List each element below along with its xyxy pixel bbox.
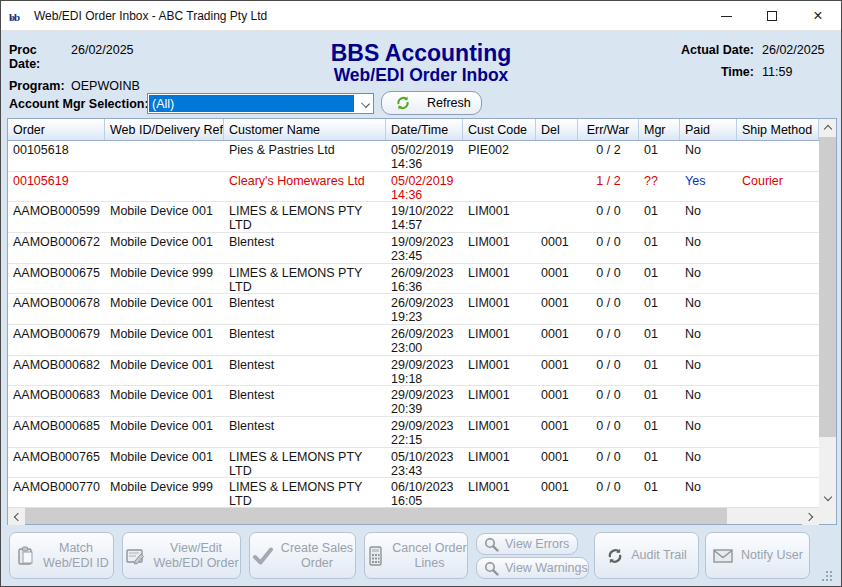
table-row[interactable]: AAMOB000770Mobile Device 999LIMES & LEMO… — [8, 478, 819, 507]
cell-web_id: Mobile Device 001 — [105, 417, 224, 447]
title-bar: bbs Web/EDI Order Inbox - ABC Trading Pt… — [1, 1, 841, 31]
table-row[interactable]: AAMOB000683Mobile Device 001Blentest29/0… — [8, 386, 819, 417]
column-header-mgr[interactable]: Mgr — [639, 119, 680, 140]
column-header-order[interactable]: Order — [8, 119, 105, 140]
cell-customer: Pies & Pastries Ltd — [224, 141, 386, 171]
column-header-customer-name[interactable]: Customer Name — [224, 119, 386, 140]
cell-datetime: 05/02/2019 14:36 — [386, 141, 463, 171]
cell-customer: LIMES & LEMONS PTY LTD — [224, 264, 386, 294]
table-row[interactable]: AAMOB000678Mobile Device 001Blentest26/0… — [8, 294, 819, 325]
cell-datetime: 29/09/2023 19:18 — [386, 356, 463, 386]
cell-order: AAMOB000678 — [8, 294, 105, 324]
chevron-right-icon — [805, 512, 813, 520]
refresh-button[interactable]: Refresh — [381, 91, 482, 115]
cell-del — [536, 141, 578, 171]
cell-order: 00105619 — [8, 172, 105, 202]
close-button[interactable]: × — [795, 1, 841, 31]
time-value: 11:59 — [762, 65, 832, 79]
cell-order: AAMOB000685 — [8, 417, 105, 447]
cell-customer: Blentest — [224, 325, 386, 355]
scroll-up-button[interactable] — [819, 119, 836, 136]
cell-mgr: 01 — [639, 233, 680, 263]
view-warnings-button[interactable]: View Warnings — [476, 557, 589, 579]
account-mgr-select[interactable]: (All) — [147, 93, 374, 114]
cell-web_id: Mobile Device 999 — [105, 264, 224, 294]
chevron-left-icon — [14, 512, 22, 520]
scroll-left-button[interactable] — [8, 508, 25, 525]
button-label: Cancel Order Lines — [392, 541, 466, 571]
actual-date-label: Actual Date: — [677, 43, 762, 57]
horizontal-scrollbar[interactable] — [8, 507, 819, 524]
cell-datetime: 26/09/2023 23:00 — [386, 325, 463, 355]
cell-web_id: Mobile Device 001 — [105, 233, 224, 263]
cell-del — [536, 172, 578, 202]
cell-ship_method — [737, 264, 819, 294]
column-header-ship-method[interactable]: Ship Method — [737, 119, 819, 140]
table-row[interactable]: AAMOB000599Mobile Device 001LIMES & LEMO… — [8, 202, 819, 233]
cell-paid: No — [680, 448, 737, 478]
cell-ship_method — [737, 417, 819, 447]
cell-del: 0001 — [536, 417, 578, 447]
audit-trail-button[interactable]: Audit Trail — [594, 532, 699, 579]
cell-web_id — [105, 172, 224, 202]
resize-grip[interactable] — [826, 571, 838, 583]
view-errors-button[interactable]: View Errors — [476, 533, 578, 555]
cell-paid: Yes — [680, 172, 737, 202]
column-header-paid[interactable]: Paid — [680, 119, 737, 140]
table-row[interactable]: 00105619Cleary's Homewares Ltd05/02/2019… — [8, 172, 819, 203]
column-header-del[interactable]: Del — [536, 119, 578, 140]
cell-paid: No — [680, 478, 737, 507]
orders-table: OrderWeb ID/Delivery RefCustomer NameDat… — [7, 118, 837, 525]
table-row[interactable]: AAMOB000679Mobile Device 001Blentest26/0… — [8, 325, 819, 356]
cell-err_war: 0 / 0 — [578, 356, 639, 386]
vertical-scrollbar-thumb[interactable] — [819, 137, 836, 437]
scroll-right-button[interactable] — [802, 508, 819, 525]
cell-ship_method — [737, 141, 819, 171]
column-header-cust-code[interactable]: Cust Code — [463, 119, 536, 140]
cell-mgr: 01 — [639, 386, 680, 416]
cell-datetime: 26/09/2023 19:23 — [386, 294, 463, 324]
minimize-button[interactable] — [703, 1, 749, 31]
horizontal-scrollbar-thumb[interactable] — [25, 508, 727, 524]
cell-order: AAMOB000770 — [8, 478, 105, 507]
cell-mgr: 01 — [639, 264, 680, 294]
vertical-scrollbar[interactable] — [819, 119, 836, 507]
recycle-icon — [606, 547, 624, 565]
cell-datetime: 29/09/2023 20:39 — [386, 386, 463, 416]
button-label: View/Edit Web/EDI Order — [153, 541, 238, 571]
match-web-edi-id-button[interactable]: Match Web/EDI ID — [9, 532, 114, 579]
cell-paid: No — [680, 202, 737, 232]
cell-cust_code: LIM001 — [463, 294, 536, 324]
cell-cust_code: LIM001 — [463, 356, 536, 386]
column-header-err-war[interactable]: Err/War — [578, 119, 639, 140]
cell-ship_method — [737, 325, 819, 355]
cell-order: AAMOB000679 — [8, 325, 105, 355]
table-row[interactable]: 00105618Pies & Pastries Ltd05/02/2019 14… — [8, 141, 819, 172]
view-edit-web-edi-order-button[interactable]: View/Edit Web/EDI Order — [122, 532, 241, 579]
refresh-label: Refresh — [427, 96, 471, 110]
cancel-order-lines-button[interactable]: Cancel Order Lines — [364, 532, 468, 579]
cell-web_id: Mobile Device 001 — [105, 294, 224, 324]
maximize-button[interactable] — [749, 1, 795, 31]
cell-del: 0001 — [536, 233, 578, 263]
envelope-icon — [712, 547, 734, 565]
create-sales-order-button[interactable]: Create Sales Order — [249, 532, 356, 579]
cell-datetime: 05/02/2019 14:36 — [386, 172, 463, 202]
cell-ship_method — [737, 478, 819, 507]
cell-mgr: 01 — [639, 141, 680, 171]
table-row[interactable]: AAMOB000765Mobile Device 001LIMES & LEMO… — [8, 448, 819, 479]
table-row[interactable]: AAMOB000675Mobile Device 999LIMES & LEMO… — [8, 264, 819, 295]
table-row[interactable]: AAMOB000685Mobile Device 001Blentest29/0… — [8, 417, 819, 448]
cell-order: AAMOB000599 — [8, 202, 105, 232]
cell-paid: No — [680, 325, 737, 355]
table-row[interactable]: AAMOB000672Mobile Device 001Blentest19/0… — [8, 233, 819, 264]
table-row[interactable]: AAMOB000682Mobile Device 001Blentest29/0… — [8, 356, 819, 387]
cell-mgr: 01 — [639, 202, 680, 232]
scroll-down-button[interactable] — [819, 490, 836, 507]
button-label: Match Web/EDI ID — [43, 541, 109, 571]
cell-cust_code: LIM001 — [463, 478, 536, 507]
cell-web_id: Mobile Device 001 — [105, 448, 224, 478]
column-header-web-id-delivery-ref[interactable]: Web ID/Delivery Ref — [105, 119, 224, 140]
notify-user-button[interactable]: Notify User — [705, 532, 810, 579]
column-header-date-time[interactable]: Date/Time — [386, 119, 463, 140]
